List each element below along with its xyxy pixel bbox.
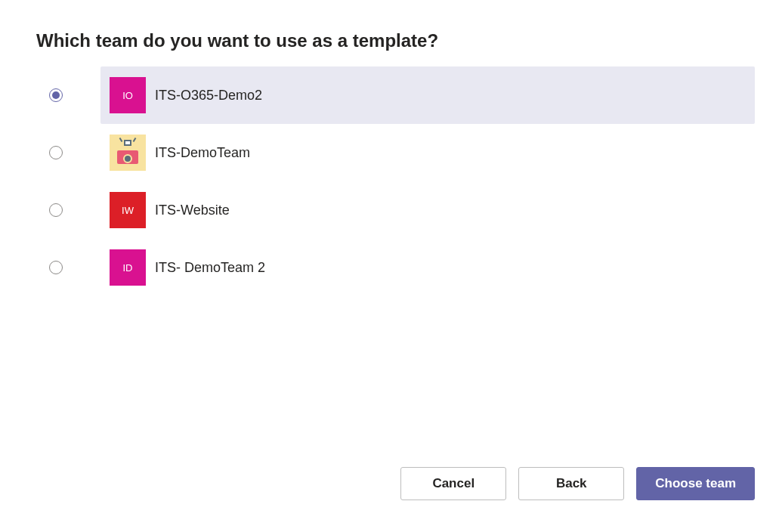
team-avatar: IW: [110, 192, 146, 228]
team-list: IO ITS-O365-Demo2 ITS-DemoTeam IW ITS-We…: [0, 66, 779, 296]
camera-icon: [110, 135, 146, 171]
team-row[interactable]: ID ITS- DemoTeam 2: [24, 239, 755, 296]
radio-wrap: [49, 261, 100, 274]
cancel-button[interactable]: Cancel: [400, 467, 506, 500]
team-name-label: ITS-Website: [155, 203, 230, 218]
team-row-content[interactable]: IW ITS-Website: [100, 181, 755, 239]
radio-icon[interactable]: [49, 88, 63, 102]
team-row[interactable]: IW ITS-Website: [24, 181, 755, 239]
team-avatar: IO: [110, 77, 146, 113]
back-button[interactable]: Back: [518, 467, 624, 500]
radio-icon[interactable]: [49, 146, 63, 159]
team-name-label: ITS-O365-Demo2: [155, 88, 262, 104]
team-row-content[interactable]: IO ITS-O365-Demo2: [100, 66, 755, 124]
dialog-title: Which team do you want to use as a templ…: [0, 0, 779, 66]
team-name-label: ITS-DemoTeam: [155, 145, 250, 161]
choose-team-button[interactable]: Choose team: [636, 467, 755, 500]
radio-wrap: [49, 88, 100, 102]
radio-icon[interactable]: [49, 261, 63, 274]
team-row[interactable]: IO ITS-O365-Demo2: [24, 66, 755, 124]
team-row-content[interactable]: ITS-DemoTeam: [100, 124, 755, 181]
radio-wrap: [49, 203, 100, 217]
team-row-content[interactable]: ID ITS- DemoTeam 2: [100, 239, 755, 296]
radio-wrap: [49, 146, 100, 159]
footer-buttons: Cancel Back Choose team: [400, 467, 755, 500]
team-row[interactable]: ITS-DemoTeam: [24, 124, 755, 181]
team-name-label: ITS- DemoTeam 2: [155, 260, 265, 276]
radio-icon[interactable]: [49, 203, 63, 217]
team-avatar: ID: [110, 249, 146, 286]
